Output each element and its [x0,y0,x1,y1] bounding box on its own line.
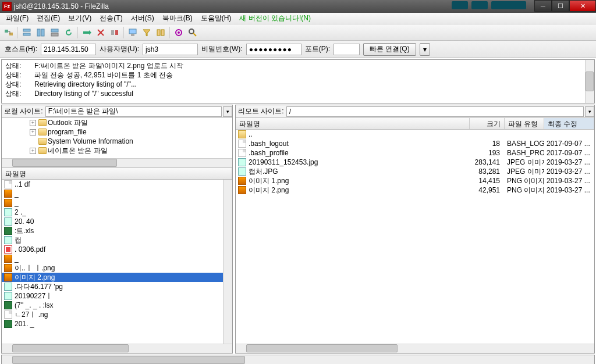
list-item[interactable]: .bash_logout18BASH_LOG...2017-09-07 ... [236,139,594,148]
list-item[interactable]: 이미지 2.png42,951PNG 이미지2019-03-27 ... [236,185,594,195]
reconnect-icon[interactable] [126,26,139,39]
maximize-button[interactable]: ☐ [552,0,569,12]
list-item[interactable]: (7'' _. _ . :lsx [2,301,232,310]
txt-icon [238,140,246,148]
remote-list-hscroll[interactable] [236,344,594,353]
col-filename[interactable]: 파일명 [236,118,470,129]
local-tree-hscroll[interactable] [2,158,232,167]
local-path-dropdown[interactable]: ▾ [223,106,232,117]
remote-list-header[interactable]: 파일명 크기 파일 유형 최종 수정 [236,118,594,130]
tree-item[interactable]: +네이트온 받은 파일 [2,146,232,155]
host-label: 호스트(H): [5,44,37,54]
port-input[interactable] [334,44,360,55]
file-name: . 0306.pdf [15,245,45,254]
compare-icon[interactable] [154,26,167,39]
col-filename[interactable]: 파일명 [2,168,232,179]
local-list-header[interactable]: 파일명 [2,168,232,180]
remote-file-list[interactable]: ...bash_logout18BASH_LOG...2017-09-07 ..… [236,130,594,353]
toggletree-icon[interactable] [34,26,47,39]
list-item[interactable]: _ [2,189,232,198]
refresh-icon[interactable] [62,26,75,39]
list-item[interactable]: .bash_profile193BASH_PRO...2017-09-07 ..… [236,148,594,158]
user-label: 사용자명(U): [100,44,139,54]
xls-icon [4,301,12,309]
file-name: 201. _ [15,320,34,328]
file-modified: 2019-03-27 ... [544,167,594,176]
list-item[interactable]: 이미지 1.png14,415PNG 이미지2019-03-27 ... [236,176,594,185]
filter-icon[interactable] [140,26,153,39]
quickconnect-button[interactable]: 빠른 연결(Q) [363,43,416,56]
list-item[interactable]: 201. _ [2,319,232,329]
svg-point-16 [178,31,180,34]
file-size: 18 [470,140,505,148]
search-icon[interactable] [186,26,199,39]
file-type: PNG 이미지 [505,185,544,195]
local-list-hscroll[interactable] [2,344,232,353]
pass-input[interactable] [246,44,301,55]
list-item[interactable]: 이..ㅣ ㅣ.png [2,263,232,273]
col-size[interactable]: 크기 [470,118,505,129]
sitemanager-icon[interactable] [2,26,15,39]
list-item[interactable]: 캡처.JPG83,281JPEG 이미지2019-03-27 ... [236,167,594,176]
list-item[interactable]: _ [2,254,232,263]
svg-rect-14 [161,30,164,35]
host-input[interactable] [41,44,96,55]
col-modified[interactable]: 최종 수정 [544,118,594,129]
togglelog-icon[interactable] [20,26,33,39]
sync-icon[interactable] [172,26,185,39]
quickconnect-bar: 호스트(H): 사용자명(U): 비밀번호(W): 포트(P): 빠른 연결(Q… [0,41,596,58]
menu-bookmarks[interactable]: 북마크(B) [159,12,196,24]
log-scrollbar[interactable] [585,60,594,103]
img-icon [4,255,12,263]
local-list-vscroll[interactable] [223,180,232,344]
list-item[interactable]: 2 ._ [2,208,232,217]
col-type[interactable]: 파일 유형 [505,118,544,129]
close-button[interactable]: ✕ [569,0,596,12]
file-name: .bash_logout [249,140,289,148]
jpg-icon [4,236,12,244]
list-item[interactable]: :트.xls [2,226,232,235]
list-item[interactable]: .다다46.177 'pg [2,282,232,291]
tree-item[interactable]: System Volume Information [2,137,232,146]
svg-rect-12 [131,34,134,36]
remote-path-input[interactable] [286,106,584,117]
menu-view[interactable]: 보기(V) [65,12,95,24]
file-modified: 2019-03-27 ... [544,186,594,194]
list-item[interactable]: . 0306.pdf [2,245,232,254]
tree-item[interactable]: +Outlook 파일 [2,118,232,127]
list-item[interactable]: 캡 [2,235,232,245]
list-item[interactable]: 20. 40 [2,217,232,226]
menu-file[interactable]: 파일(F) [2,12,32,24]
processqueue-icon[interactable] [80,26,93,39]
cancel-icon[interactable] [94,26,107,39]
list-item[interactable]: ㄴ27ㅣ .ng [2,310,232,319]
svg-rect-2 [23,29,30,31]
local-path-input[interactable] [45,106,222,117]
file-name: 이미지 1.png [249,176,289,186]
local-file-list[interactable]: ..1 df__2 ._20. 40 :트.xls캡. 0306.pdf_이..… [2,180,232,353]
queue-panel[interactable] [1,355,595,364]
minimize-button[interactable]: ─ [534,0,552,12]
quickconnect-dropdown[interactable]: ▾ [420,43,430,56]
menu-transfer[interactable]: 전송(T) [96,12,126,24]
local-tree[interactable]: +Outlook 파일+program_fileSystem Volume In… [2,118,232,168]
remote-path-dropdown[interactable]: ▾ [585,106,594,117]
list-item[interactable]: 20190227ㅣ [2,291,232,301]
menu-update[interactable]: 새 버전이 있습니다!(N) [236,12,314,24]
togglequeue-icon[interactable] [48,26,61,39]
user-input[interactable] [143,44,198,55]
menu-server[interactable]: 서버(S) [127,12,158,24]
list-item[interactable]: _ [2,198,232,208]
menu-help[interactable]: 도움말(H) [197,12,235,24]
list-item[interactable]: .. [236,130,594,139]
menu-edit[interactable]: 편집(E) [33,12,63,24]
list-item[interactable]: 이미지 2.png [2,273,232,282]
disconnect-icon[interactable] [108,26,121,39]
list-item[interactable]: 20190311_152453.jpg283,141JPEG 이미지2019-0… [236,158,594,167]
log-line: Directory listing of "/" successful [34,89,133,98]
list-item[interactable]: ..1 df [2,180,232,189]
tree-item[interactable]: +program_file [2,127,232,137]
svg-rect-10 [115,30,118,35]
file-type: BASH_LOG... [505,140,544,148]
log-panel[interactable]: 상태:F:\네이트온 받은 파일\이미지 2.png 업로드 시작 상태:파일 … [1,59,595,104]
